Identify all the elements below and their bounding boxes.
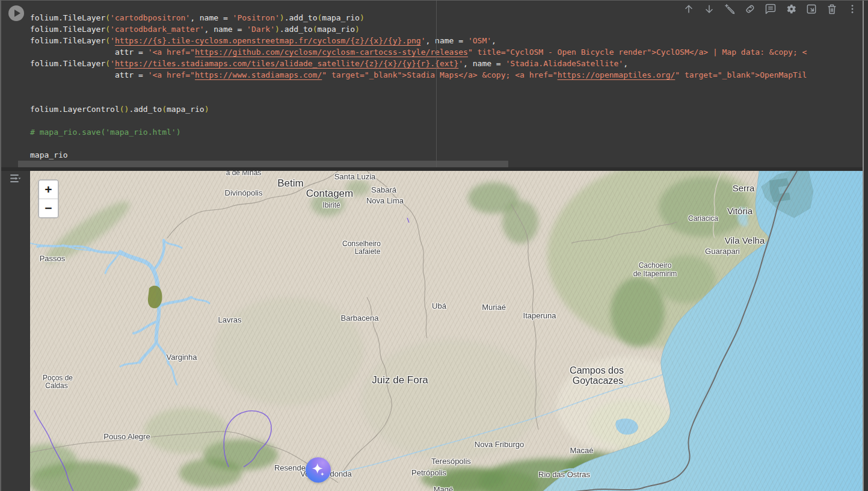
move-cell-down-button[interactable]	[702, 3, 716, 17]
more-vert-icon	[846, 3, 858, 17]
code-horizontal-scrollbar[interactable]	[18, 161, 508, 167]
magic-pencil-icon	[724, 3, 736, 17]
mirror-cell-button[interactable]	[804, 3, 819, 17]
play-icon	[14, 10, 20, 17]
cell-settings-button[interactable]	[784, 3, 798, 17]
trash-icon	[826, 3, 838, 17]
more-actions-button[interactable]	[845, 3, 860, 17]
map-canvas	[30, 171, 864, 491]
delete-cell-button[interactable]	[825, 3, 839, 17]
zoom-out-button[interactable]: −	[39, 199, 58, 217]
cell-toolbar	[682, 3, 860, 17]
edit-with-ai-button[interactable]	[722, 3, 737, 17]
gear-icon	[785, 3, 797, 17]
comment-icon	[765, 3, 777, 17]
link-icon	[744, 3, 756, 17]
four-point-star-icon	[309, 461, 327, 479]
output-options-icon[interactable]	[8, 171, 22, 186]
notebook-scroll-gutter[interactable]	[863, 1, 868, 491]
mirror-cell-icon	[805, 3, 817, 17]
arrow-up-icon	[683, 3, 695, 17]
notebook-cell: folium.TileLayer('cartodbpositron', name…	[0, 0, 868, 491]
run-cell-button[interactable]	[8, 5, 24, 21]
copy-link-button[interactable]	[743, 3, 757, 17]
reservoir-island	[148, 286, 162, 308]
map-zoom-control: + −	[38, 179, 59, 218]
code-editor[interactable]: folium.TileLayer('cartodbpositron', name…	[30, 12, 807, 161]
zoom-in-button[interactable]: +	[39, 181, 58, 199]
map-output[interactable]: á de MinasBetimDivinópolisSanta LuziaCon…	[30, 171, 864, 491]
move-cell-up-button[interactable]	[682, 3, 696, 17]
add-comment-button[interactable]	[763, 3, 778, 17]
gemini-sparkle-icon[interactable]	[306, 457, 331, 483]
arrow-down-icon	[703, 3, 715, 17]
cell-output-divider	[1, 167, 868, 171]
editor-column-ruler	[436, 1, 437, 167]
